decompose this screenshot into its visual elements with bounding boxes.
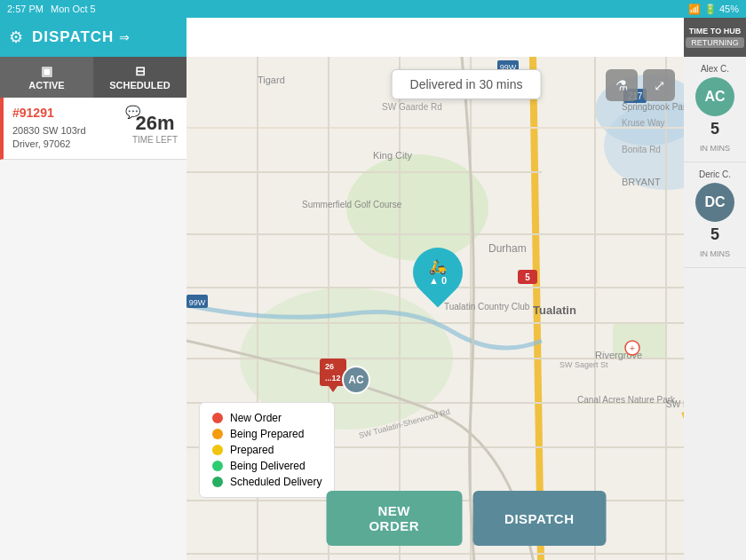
gear-icon[interactable]: ⚙ (9, 28, 23, 47)
svg-text:SW Sagert St: SW Sagert St (560, 360, 608, 369)
legend-scheduled-delivery: Scheduled Delivery (212, 476, 321, 488)
battery-display: 🔋 45% (704, 4, 739, 15)
right-panel-header: TIME TO HUB RETURNING (684, 18, 746, 57)
scheduled-tab-icon: ⊟ (135, 64, 146, 78)
driver-mins-alex: 5 IN MINS (700, 120, 730, 154)
svg-text:+: + (630, 343, 635, 353)
legend-label-being-delivered: Being Delivered (230, 460, 306, 472)
driver-avatar-deric[interactable]: DC (695, 183, 734, 222)
driver-mins-deric: 5 IN MINS (700, 225, 730, 260)
legend-dot-scheduled-delivery (212, 477, 223, 487)
svg-text:Tigard: Tigard (258, 75, 285, 85)
legend-prepared: Prepared (212, 444, 321, 456)
sidebar-tabs: ▣ ACTIVE ⊟ SCHEDULED (0, 57, 186, 98)
right-panel: TIME TO HUB RETURNING Alex C. AC 5 IN MI… (684, 18, 746, 560)
tab-scheduled[interactable]: ⊟ SCHEDULED (93, 57, 186, 98)
filter-button[interactable]: ⚗ (606, 69, 638, 101)
legend-dot-prepared (212, 445, 223, 455)
map-container[interactable]: King City Durham Summerfield Golf Course… (186, 57, 746, 560)
legend-label-prepared: Prepared (230, 444, 274, 456)
dispatch-hub-pin[interactable]: 🛵 ▲ 0 (413, 248, 463, 297)
driver-name-deric: Deric C. (699, 170, 731, 179)
bottom-buttons: NEW ORDER DISPATCH (327, 491, 607, 546)
svg-text:Springbrook Par: Springbrook Par (622, 102, 686, 112)
returning-badge: RETURNING (686, 37, 744, 48)
time-display: 2:57 PM (7, 4, 44, 14)
new-order-button[interactable]: NEW ORDER (327, 491, 463, 546)
dispatch-button[interactable]: DISPATCH (472, 491, 606, 546)
svg-text:Bonita Rd: Bonita Rd (622, 145, 661, 154)
svg-text:5: 5 (525, 272, 530, 282)
app-title: DISPATCH (32, 28, 114, 46)
svg-text:Durham: Durham (488, 242, 527, 255)
svg-text:Tualatin: Tualatin (533, 304, 576, 317)
legend-dot-new-order (212, 413, 223, 423)
svg-text:Summerfield Golf Course: Summerfield Golf Course (302, 200, 402, 209)
order-time-badge: 26m TIME LEFT (132, 112, 178, 145)
legend-dot-being-delivered (212, 461, 223, 471)
map-controls: ⚗ ⤢ (606, 69, 675, 101)
driver-name-alex: Alex C. (701, 64, 729, 74)
svg-text:Canal Acres Nature Park: Canal Acres Nature Park (577, 395, 676, 405)
driver-card-alex: Alex C. AC 5 IN MINS (684, 57, 746, 162)
legend-label-being-prepared: Being Prepared (230, 428, 304, 440)
legend-label-scheduled-delivery: Scheduled Delivery (230, 476, 321, 488)
legend-label-new-order: New Order (230, 412, 282, 424)
driver-avatar-alex[interactable]: AC (695, 77, 734, 116)
svg-text:Kruse Way: Kruse Way (622, 118, 665, 128)
scheduled-tab-label: SCHEDULED (109, 80, 170, 91)
date-display: Mon Oct 5 (51, 4, 96, 14)
wifi-icon: 📶 (688, 4, 701, 15)
legend-dot-being-prepared (212, 429, 223, 439)
active-tab-label: ACTIVE (28, 80, 64, 91)
expand-button[interactable]: ⤢ (643, 69, 675, 101)
svg-text:SW Gaarde Rd: SW Gaarde Rd (382, 102, 442, 112)
sidebar: ⚙ DISPATCH ⇒ ▣ ACTIVE ⊟ SCHEDULED #91291… (0, 18, 186, 560)
tab-active[interactable]: ▣ ACTIVE (0, 57, 93, 98)
legend-new-order: New Order (212, 412, 321, 424)
sidebar-header: ⚙ DISPATCH ⇒ (0, 18, 186, 57)
legend-being-delivered: Being Delivered (212, 460, 321, 472)
driver-card-deric: Deric C. DC 5 IN MINS (684, 162, 746, 268)
svg-text:Tualatin Country Club: Tualatin Country Club (444, 302, 530, 312)
status-bar: 2:57 PM Mon Oct 5 📶 🔋 45% (0, 0, 746, 18)
map-legend: New Order Being Prepared Prepared Being … (199, 402, 335, 498)
order-card[interactable]: #91291 💬 20830 SW 103rd Driver, 97062 26… (0, 98, 186, 160)
map-background: King City Durham Summerfield Golf Course… (186, 57, 746, 560)
svg-text:99W: 99W (189, 298, 206, 307)
svg-text:BRYANT: BRYANT (622, 177, 661, 187)
driver-map-pin-ac[interactable]: AC (342, 366, 370, 394)
order-number: #91291 (12, 106, 54, 120)
legend-being-prepared: Being Prepared (212, 428, 321, 440)
delivered-banner: Delivered in 30 mins (392, 69, 542, 99)
time-to-hub-label: TIME TO HUB (689, 27, 741, 35)
dispatch-arrow-icon: ⇒ (119, 30, 130, 44)
svg-text:King City: King City (373, 150, 413, 161)
active-tab-icon: ▣ (41, 64, 52, 78)
